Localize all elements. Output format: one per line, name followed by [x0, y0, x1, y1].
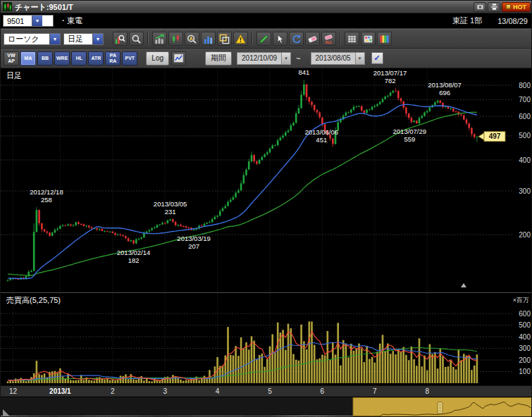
svg-text:2013/03/05: 2013/03/05: [154, 200, 187, 208]
svg-text:2013/08/07: 2013/08/07: [428, 81, 462, 89]
chart-zoom-icon[interactable]: [113, 32, 128, 46]
erase-all-icon[interactable]: ALL: [321, 32, 336, 46]
timeframe-select[interactable]: 日足 ▼: [63, 33, 104, 45]
svg-text:200: 200: [519, 356, 531, 364]
chart-type-value: ローソク: [4, 34, 49, 44]
volume-pane: 100200300400500600 売買高(5,25,75) ×百万: [1, 292, 532, 385]
hot-label: HOT: [513, 4, 526, 11]
para-button[interactable]: PARA: [105, 51, 120, 66]
capture-icon[interactable]: [474, 2, 486, 12]
date-from-input[interactable]: 2012/10/09: [237, 52, 281, 65]
x-axis-label: 12: [9, 387, 17, 395]
svg-text:500: 500: [519, 132, 531, 139]
svg-text:400: 400: [519, 333, 531, 341]
price-pane: 2003004005006007008002012/12/182582013/0…: [1, 68, 532, 292]
chart-type-select[interactable]: ローソク ▼: [4, 33, 61, 45]
svg-text:300: 300: [519, 187, 531, 195]
price-chart[interactable]: 2003004005006007008002012/12/182582013/0…: [1, 68, 532, 292]
overlay-chart-icon[interactable]: [217, 32, 232, 46]
svg-text:182: 182: [128, 256, 140, 264]
indicator-toolbar: VWAPMABBWREHLATRPARAPVT Log 期間 2012/10/0…: [1, 49, 532, 68]
ma-button[interactable]: MA: [20, 51, 36, 66]
svg-text:207: 207: [188, 242, 199, 250]
navigator-chart[interactable]: [1, 397, 532, 417]
svg-text:559: 559: [404, 135, 415, 143]
undo-icon[interactable]: [289, 32, 304, 46]
toolbar-icons: AALL: [112, 32, 392, 46]
log-scale-button[interactable]: Log: [146, 51, 169, 66]
svg-text:2012/12/18: 2012/12/18: [30, 188, 63, 196]
svg-text:782: 782: [385, 77, 396, 85]
svg-text:300: 300: [519, 344, 531, 352]
date-range-tilde: ~: [296, 54, 300, 63]
x-axis-label: 2013/1: [49, 387, 71, 395]
current-date-label: 13/08/29: [497, 17, 528, 25]
symbol-bar: 9501 ▼ ・東電 東証 1部 13/08/29: [1, 13, 532, 29]
hot-icon: [506, 4, 511, 9]
chart-window: チャート:9501/T HOT 9501 ▼ ・東電 東証 1部 13/08/2…: [0, 0, 532, 417]
chevron-down-icon[interactable]: ▼: [92, 34, 103, 44]
x-axis-label: 2: [111, 387, 115, 395]
svg-text:258: 258: [41, 196, 52, 204]
svg-text:500: 500: [519, 321, 531, 329]
window-title: チャート:9501/T: [15, 1, 474, 13]
svg-text:231: 231: [165, 208, 176, 216]
svg-text:100: 100: [519, 368, 531, 375]
eraser-icon[interactable]: [305, 32, 320, 46]
symbol-code-select[interactable]: 9501 ▼: [3, 15, 54, 27]
volume-unit-label: ×百万: [513, 296, 529, 305]
symbol-name: ・東電: [59, 15, 452, 26]
x-axis-label: 6: [321, 387, 325, 395]
grid-settings-icon[interactable]: [345, 32, 359, 46]
wre-button[interactable]: WRE: [54, 51, 70, 66]
draw-icon[interactable]: [256, 32, 271, 46]
vwap-button[interactable]: VWAP: [4, 51, 19, 66]
hl-button[interactable]: HL: [71, 51, 87, 66]
pivot-button[interactable]: PVT: [122, 51, 137, 66]
title-bar[interactable]: チャート:9501/T HOT: [1, 1, 532, 13]
svg-text:2013/02/14: 2013/02/14: [117, 249, 151, 256]
symbol-code: 9501: [4, 17, 32, 25]
svg-text:497: 497: [489, 132, 501, 140]
hot-button[interactable]: HOT: [502, 2, 531, 12]
svg-text:800: 800: [519, 82, 531, 89]
svg-text:600: 600: [519, 310, 531, 318]
volume-chart[interactable]: 100200300400500600: [1, 293, 532, 386]
chevron-down-icon[interactable]: ▼: [32, 15, 42, 26]
style-gradient-icon[interactable]: [377, 32, 392, 46]
bar-chart-icon[interactable]: [201, 32, 216, 46]
bb-button[interactable]: BB: [37, 51, 53, 66]
date-from-dropdown-icon[interactable]: ▼: [281, 52, 291, 65]
svg-text:A: A: [190, 36, 193, 41]
atr-button[interactable]: ATR: [88, 51, 104, 66]
period-button[interactable]: 期間: [205, 51, 232, 66]
analysis-icon[interactable]: A: [185, 32, 199, 46]
date-to-dropdown-icon[interactable]: ▼: [355, 52, 365, 65]
x-axis-label: 7: [373, 387, 377, 395]
toolbar-separator: [252, 32, 253, 45]
svg-text:400: 400: [519, 156, 531, 164]
candle-chart-icon[interactable]: [168, 32, 183, 46]
alert-icon[interactable]: [233, 32, 248, 46]
zoom-icon[interactable]: [129, 32, 144, 46]
color-palette-icon[interactable]: [361, 32, 376, 46]
select-cursor-icon[interactable]: [273, 32, 287, 46]
svg-text:600: 600: [519, 113, 531, 120]
price-pane-label: 日足: [6, 70, 22, 81]
navigator-handle[interactable]: [438, 402, 443, 413]
x-axis-label: 5: [268, 387, 272, 395]
apply-check-button[interactable]: ✓: [371, 52, 383, 64]
chart-mode-icon[interactable]: [152, 32, 167, 46]
date-to-input[interactable]: 2013/08/05: [311, 52, 355, 65]
svg-text:696: 696: [439, 89, 450, 97]
print-icon[interactable]: [488, 2, 500, 12]
toolbar-separator: [147, 32, 149, 45]
svg-text:200: 200: [519, 231, 531, 239]
svg-text:841: 841: [298, 68, 309, 76]
timeframe-value: 日足: [64, 34, 92, 44]
mini-chart-icon[interactable]: [171, 51, 186, 66]
main-toolbar: ローソク ▼ 日足 ▼ AALL: [1, 29, 532, 49]
chevron-down-icon[interactable]: ▼: [49, 34, 60, 44]
svg-text:2013/03/19: 2013/03/19: [177, 235, 211, 242]
overview-navigator[interactable]: [1, 397, 532, 417]
